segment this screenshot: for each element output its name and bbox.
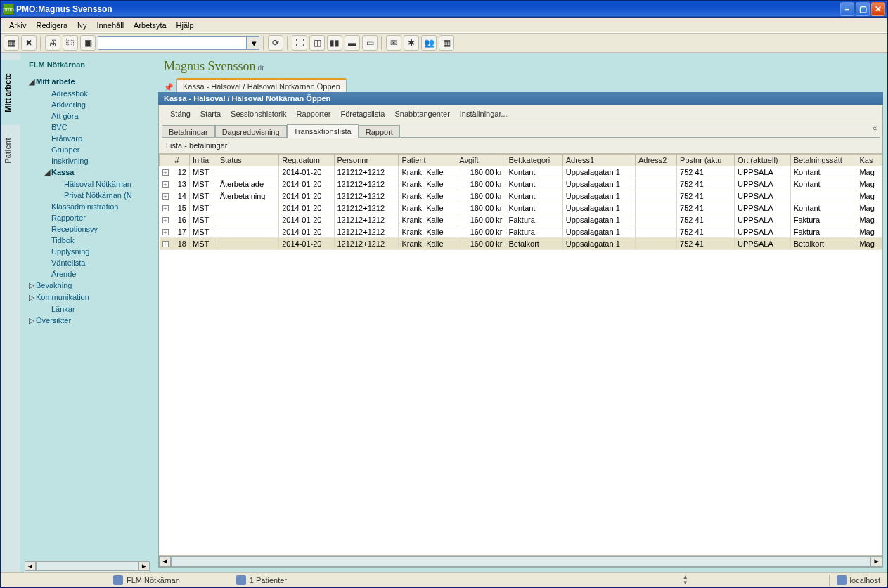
grid-scroll-track[interactable]	[171, 556, 870, 567]
column-header[interactable]: Adress1	[562, 155, 635, 166]
column-header[interactable]: Avgift	[456, 155, 506, 166]
grid-hscroll[interactable]: ◄ ►	[159, 555, 882, 567]
tool-layout4-icon[interactable]: ▬	[345, 35, 360, 51]
column-header[interactable]: Betalningssätt	[790, 155, 856, 166]
grid-scroll-left-icon[interactable]: ◄	[159, 556, 171, 567]
nav-item[interactable]: Väntelista	[25, 257, 154, 268]
column-header[interactable]: #	[172, 155, 189, 166]
pin-icon[interactable]: 📌	[164, 83, 172, 92]
tool-users-icon[interactable]: 👥	[421, 35, 437, 51]
tool-layout3-icon[interactable]: ▮▮	[327, 35, 342, 51]
tool-refresh-icon[interactable]: ⟳	[268, 35, 283, 51]
nav-scroll-right-icon[interactable]: ►	[139, 561, 150, 571]
panel-menu-installningar[interactable]: Inställningar...	[460, 110, 508, 118]
nav-item[interactable]: Länkar	[25, 303, 154, 315]
panel-menu-foretagslista[interactable]: Företagslista	[341, 110, 385, 118]
side-tab-patient[interactable]: Patient	[1, 125, 20, 176]
column-header[interactable]: Kas	[856, 155, 882, 166]
table-row[interactable]: +18MST2014-01-20121212+1212Krank, Kalle1…	[160, 238, 882, 250]
collapse-handle-icon[interactable]: «	[873, 124, 877, 132]
nav-item[interactable]: Upplysning	[25, 246, 154, 257]
tab-dagsredovisning[interactable]: Dagsredovisning	[215, 125, 287, 138]
column-header[interactable]: Reg.datum	[279, 155, 334, 166]
tool-grid-icon[interactable]: ▦	[439, 35, 454, 51]
nav-item[interactable]: Hälsoval Nötkärnan	[25, 178, 154, 190]
workspace-tab[interactable]: Kassa - Hälsoval / Hälsoval Nötkärnan Öp…	[176, 79, 347, 92]
transaction-grid[interactable]: #InitiaStatusReg.datumPersonnrPatientAvg…	[159, 153, 882, 555]
menu-arbetsyta[interactable]: Arbetsyta	[129, 20, 170, 31]
tool-layout2-icon[interactable]: ◫	[309, 35, 325, 51]
column-header[interactable]: Bet.kategori	[506, 155, 562, 166]
column-header[interactable]: Personnr	[334, 155, 399, 166]
nav-item[interactable]: Rapporter	[25, 212, 154, 223]
tool-print-icon[interactable]: 🖨	[45, 35, 60, 51]
nav-item[interactable]: Tidbok	[25, 235, 154, 246]
nav-item[interactable]: ◢Mitt arbete	[25, 76, 154, 88]
nav-item[interactable]: Grupper	[25, 144, 154, 155]
nav-item[interactable]: Inskrivning	[25, 155, 154, 166]
nav-item[interactable]: Privat Nötkärnan (N	[25, 190, 154, 201]
nav-scroll-left-icon[interactable]: ◄	[25, 561, 36, 571]
nav-scroll-track[interactable]	[36, 561, 139, 571]
column-header[interactable]: Initia	[189, 155, 217, 166]
panel-menu-stang[interactable]: Stäng	[170, 110, 191, 118]
nav-item[interactable]: Klassadministration	[25, 201, 154, 212]
table-cell: MST	[189, 178, 217, 190]
tab-rapport[interactable]: Rapport	[359, 125, 400, 138]
nav-item[interactable]: ◢Kassa	[25, 166, 154, 178]
nav-item[interactable]: BVC	[25, 122, 154, 133]
nav-item[interactable]: ▷Översikter	[25, 315, 154, 327]
nav-item[interactable]: Att göra	[25, 110, 154, 122]
toolbar-dropdown-button[interactable]: ▾	[247, 36, 259, 50]
tool-copy-icon[interactable]: ⿻	[63, 35, 78, 51]
panel-menu-snabbtangenter[interactable]: Snabbtangenter	[395, 110, 450, 118]
table-row[interactable]: +12MST2014-01-20121212+1212Krank, Kalle1…	[160, 166, 882, 178]
nav-item[interactable]: Ärende	[25, 268, 154, 280]
panel-menu-sessionshistorik[interactable]: Sessionshistorik	[231, 110, 286, 118]
tool-star-icon[interactable]: ✱	[404, 35, 419, 51]
nav-item[interactable]: ▷Kommunikation	[25, 292, 154, 303]
menu-redigera[interactable]: Redigera	[32, 20, 72, 31]
column-header[interactable]: Adress2	[635, 155, 676, 166]
toolbar-dropdown[interactable]: ▾	[98, 36, 259, 50]
status-updown-icon[interactable]: ▲▼	[683, 575, 688, 586]
column-header[interactable]	[160, 155, 172, 166]
table-row[interactable]: +13MSTÅterbetalade2014-01-20121212+1212K…	[160, 178, 882, 190]
table-row[interactable]: +15MST2014-01-20121212+1212Krank, Kalle1…	[160, 202, 882, 214]
menu-ny[interactable]: Ny	[73, 20, 91, 31]
menu-arkiv[interactable]: Arkiv	[5, 20, 30, 31]
maximize-button[interactable]: ▢	[856, 2, 870, 16]
table-row[interactable]: +16MST2014-01-20121212+1212Krank, Kalle1…	[160, 214, 882, 226]
tool-layout5-icon[interactable]: ▭	[362, 35, 378, 51]
tool-mail-icon[interactable]: ✉	[386, 35, 401, 51]
tool-new-icon[interactable]: ▦	[4, 35, 19, 51]
close-button[interactable]: ✕	[871, 2, 885, 16]
panel-menu-starta[interactable]: Starta	[200, 110, 221, 118]
nav-item[interactable]: Adressbok	[25, 88, 154, 99]
nav-item[interactable]: Frånvaro	[25, 133, 154, 144]
nav-item[interactable]: ▷Bevakning	[25, 280, 154, 292]
tab-transaktionslista[interactable]: Transaktionslista	[287, 124, 359, 138]
column-header[interactable]: Postnr (aktu	[677, 155, 735, 166]
tab-betalningar[interactable]: Betalningar	[162, 125, 215, 138]
table-row[interactable]: +14MSTÅterbetalning2014-01-20121212+1212…	[160, 190, 882, 202]
table-cell: Faktura	[506, 214, 562, 226]
menu-hjalp[interactable]: Hjälp	[172, 20, 198, 31]
side-tab-mitt-arbete[interactable]: Mitt arbete	[1, 60, 20, 125]
nav-tree[interactable]: ◢Mitt arbeteAdressbokArkiveringAtt göraB…	[25, 76, 154, 559]
menu-innehall[interactable]: Innehåll	[93, 20, 129, 31]
column-header[interactable]: Patient	[399, 155, 456, 166]
toolbar-dropdown-input[interactable]	[98, 36, 247, 50]
tool-layout1-icon[interactable]: ⛶	[292, 35, 307, 51]
minimize-button[interactable]: –	[840, 2, 854, 16]
nav-item[interactable]: Receptionsvy	[25, 223, 154, 235]
table-row[interactable]: +17MST2014-01-20121212+1212Krank, Kalle1…	[160, 226, 882, 238]
column-header[interactable]: Status	[217, 155, 279, 166]
column-header[interactable]: Ort (aktuell)	[735, 155, 791, 166]
grid-scroll-right-icon[interactable]: ►	[870, 556, 882, 567]
panel-menu-rapporter[interactable]: Rapporter	[297, 110, 331, 118]
nav-item[interactable]: Arkivering	[25, 99, 154, 110]
tool-window-icon[interactable]: ▣	[80, 35, 96, 51]
tool-delete-icon[interactable]: ✖	[21, 35, 37, 51]
nav-hscroll[interactable]: ◄ ►	[25, 561, 150, 572]
